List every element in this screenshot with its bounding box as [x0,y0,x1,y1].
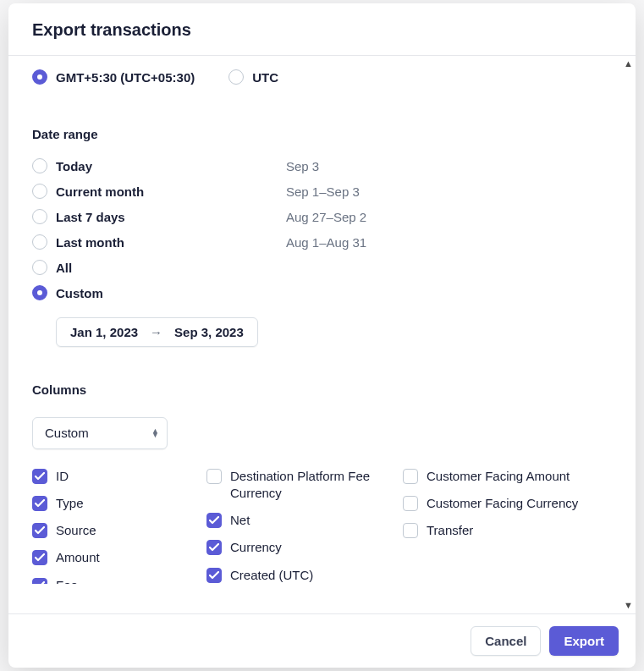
date-range-options: Today Sep 3 Current month Sep 1–Sep 3 La… [32,153,612,305]
date-range-row-custom[interactable]: Custom [32,280,612,305]
column-label: Source [56,522,96,539]
column-label: Created (UTC) [230,567,313,584]
checkbox-icon [403,496,418,511]
checkbox-icon [403,523,418,538]
date-range-label: All [56,261,72,275]
checkbox-icon [32,578,47,584]
date-range-row-last-month[interactable]: Last month Aug 1–Aug 31 [32,229,612,255]
column-label: Amount [56,549,100,566]
date-range-label: Current month [56,184,144,199]
column-label: Currency [230,539,282,556]
columns-section: Columns Custom ▲▼ ID [32,382,612,584]
scroll-up-icon[interactable]: ▲ [624,59,633,69]
timezone-option-utc[interactable]: UTC [228,69,278,85]
date-range-label: Last month [56,235,124,250]
column-checkbox-transfer[interactable]: Transfer [403,522,599,539]
timezone-options: GMT+5:30 (UTC+05:30) UTC [32,69,612,85]
custom-date-range-input[interactable]: Jan 1, 2023 → Sep 3, 2023 [56,317,258,347]
timezone-label: GMT+5:30 (UTC+05:30) [56,70,195,85]
radio-icon [228,69,244,85]
modal-header: Export transactions [8,3,636,56]
columns-title: Columns [32,382,612,397]
column-label: Destination Platform Fee Currency [230,468,403,503]
column-checkbox-customer-facing-currency[interactable]: Customer Facing Currency [403,495,599,512]
radio-icon [32,234,47,250]
modal-title: Export transactions [32,20,612,40]
column-label: Customer Facing Amount [427,468,570,485]
radio-icon [32,69,47,85]
columns-preset-select[interactable]: Custom [32,417,168,449]
column-checkbox-fee[interactable]: Fee [32,577,206,584]
custom-start-date: Jan 1, 2023 [70,325,138,339]
checkbox-icon [206,568,222,583]
export-modal: Export transactions ▲ GMT+5:30 (UTC+05:3… [8,3,636,668]
date-range-value: Aug 1–Aug 31 [286,235,366,250]
checkbox-icon [32,469,47,484]
radio-icon [32,184,47,199]
date-range-value: Sep 1–Sep 3 [286,184,360,199]
date-range-title: Date range [32,127,612,141]
cancel-button[interactable]: Cancel [471,626,541,656]
column-checkbox-created-utc[interactable]: Created (UTC) [206,567,403,584]
column-checkbox-source[interactable]: Source [32,522,206,539]
column-label: Transfer [427,522,473,539]
column-checkbox-destination-platform-fee-currency[interactable]: Destination Platform Fee Currency [206,468,403,503]
radio-icon [32,285,47,300]
date-range-row-current-month[interactable]: Current month Sep 1–Sep 3 [32,179,612,204]
date-range-label: Today [56,159,92,173]
arrow-right-icon: → [150,325,162,339]
checkbox-icon [403,469,418,484]
column-checkbox-currency[interactable]: Currency [206,539,403,556]
column-checkbox-id[interactable]: ID [32,468,206,485]
custom-end-date: Sep 3, 2023 [174,325,244,339]
modal-footer: Cancel Export [8,613,636,668]
date-range-value: Sep 3 [286,159,319,173]
column-label: Type [56,495,84,512]
checkbox-icon [32,523,47,538]
checkbox-icon [206,540,222,555]
column-label: Customer Facing Currency [427,495,578,512]
checkbox-icon [206,513,222,528]
date-range-row-all[interactable]: All [32,255,612,280]
column-checkbox-type[interactable]: Type [32,495,206,512]
modal-body[interactable]: ▲ GMT+5:30 (UTC+05:30) UTC Date range To… [8,56,636,613]
radio-icon [32,158,47,173]
timezone-label: UTC [252,70,278,85]
checkbox-icon [32,550,47,565]
date-range-value: Aug 27–Sep 2 [286,210,366,224]
timezone-option-gmt530[interactable]: GMT+5:30 (UTC+05:30) [32,69,195,85]
radio-icon [32,209,47,224]
date-range-row-last-7-days[interactable]: Last 7 days Aug 27–Sep 2 [32,204,612,229]
columns-grid: ID Type Source Amount [32,468,612,584]
columns-preset-value: Custom [45,426,89,440]
checkbox-icon [206,469,222,484]
column-checkbox-customer-facing-amount[interactable]: Customer Facing Amount [403,468,599,485]
date-range-label: Last 7 days [56,210,125,224]
checkbox-icon [32,496,47,511]
date-range-label: Custom [56,286,103,300]
column-checkbox-amount[interactable]: Amount [32,549,206,566]
column-checkbox-net[interactable]: Net [206,512,403,529]
export-button[interactable]: Export [549,626,619,656]
date-range-row-today[interactable]: Today Sep 3 [32,153,612,179]
column-label: Net [230,512,250,529]
column-label: ID [56,468,69,485]
radio-icon [32,260,47,275]
column-label: Fee [56,577,78,584]
scroll-down-icon[interactable]: ▼ [624,601,633,610]
